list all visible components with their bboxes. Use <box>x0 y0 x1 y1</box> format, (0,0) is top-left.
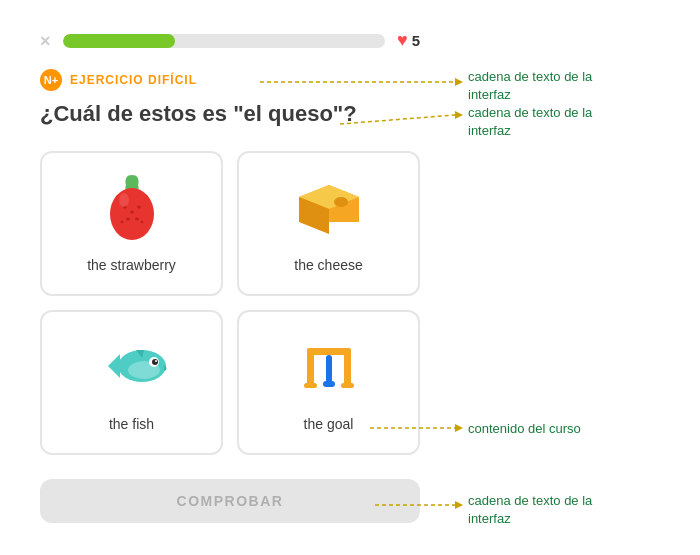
svg-point-15 <box>334 197 348 207</box>
heart-area: ♥ 5 <box>397 30 420 51</box>
card-cheese-label: the cheese <box>294 257 363 273</box>
exercise-badge-text: N+ <box>44 74 58 86</box>
cards-grid: the strawberry the cheese <box>40 151 420 455</box>
exercise-label: N+ EJERCICIO DIFÍCIL <box>40 69 420 91</box>
top-bar: × ♥ 5 <box>40 30 420 51</box>
exercise-type-label: EJERCICIO DIFÍCIL <box>70 73 197 87</box>
svg-point-9 <box>120 221 123 223</box>
main-container: × ♥ 5 N+ EJERCICIO DIFÍCIL ¿Cuál de esto… <box>0 0 460 553</box>
cheese-image <box>289 167 369 247</box>
svg-rect-27 <box>304 383 317 388</box>
heart-count: 5 <box>412 32 420 49</box>
svg-point-16 <box>319 210 329 218</box>
card-goal[interactable]: the goal <box>237 310 420 455</box>
svg-point-8 <box>130 211 134 214</box>
annotation-2: cadena de texto de la interfaz <box>468 104 608 139</box>
svg-point-22 <box>155 360 157 362</box>
card-fish[interactable]: the fish <box>40 310 223 455</box>
svg-point-3 <box>110 188 154 240</box>
check-button[interactable]: COMPROBAR <box>40 479 420 523</box>
heart-icon: ♥ <box>397 30 408 51</box>
close-button[interactable]: × <box>40 32 51 50</box>
strawberry-image <box>92 167 172 247</box>
fish-image <box>92 326 172 406</box>
card-goal-label: the goal <box>304 416 354 432</box>
progress-bar-container <box>63 34 385 48</box>
svg-rect-28 <box>341 383 354 388</box>
card-fish-label: the fish <box>109 416 154 432</box>
svg-rect-26 <box>307 348 351 355</box>
annotation-4: cadena de texto de la interfaz <box>468 492 608 527</box>
annotation-3: contenido del curso <box>468 420 581 438</box>
goal-image <box>289 326 369 406</box>
svg-rect-29 <box>326 355 332 383</box>
svg-point-21 <box>152 359 158 365</box>
svg-point-11 <box>119 193 129 207</box>
card-strawberry[interactable]: the strawberry <box>40 151 223 296</box>
card-cheese[interactable]: the cheese <box>237 151 420 296</box>
svg-point-10 <box>140 221 143 223</box>
annotation-1: cadena de texto de la interfaz <box>468 68 608 103</box>
exercise-badge: N+ <box>40 69 62 91</box>
svg-point-7 <box>135 218 139 221</box>
progress-bar-fill <box>63 34 176 48</box>
question-text: ¿Cuál de estos es "el queso"? <box>40 101 420 127</box>
card-strawberry-label: the strawberry <box>87 257 176 273</box>
svg-point-6 <box>126 218 130 221</box>
svg-rect-30 <box>323 381 335 387</box>
